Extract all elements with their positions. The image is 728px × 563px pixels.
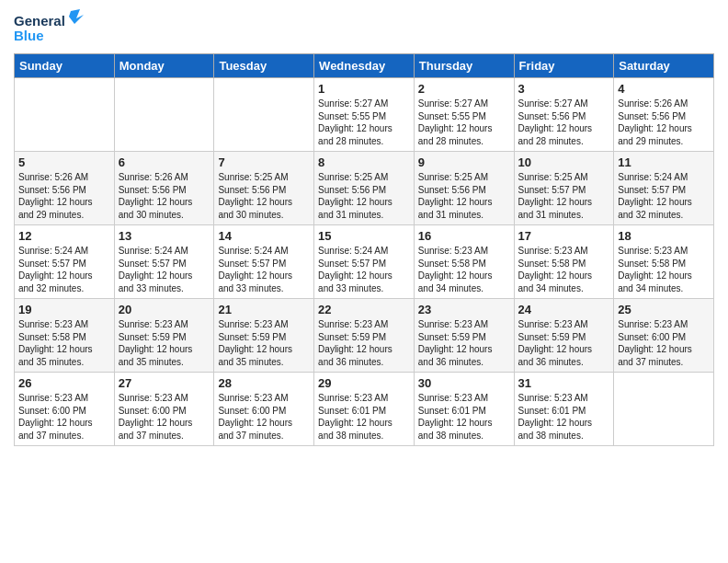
calendar-cell: 17Sunrise: 5:23 AM Sunset: 5:58 PM Dayli… [514, 225, 614, 299]
page: GeneralBlue SundayMondayTuesdayWednesday… [0, 0, 728, 455]
calendar-cell: 6Sunrise: 5:26 AM Sunset: 5:56 PM Daylig… [114, 152, 214, 225]
day-number: 21 [218, 303, 310, 316]
day-info: Sunrise: 5:24 AM Sunset: 5:57 PM Dayligh… [318, 245, 410, 294]
day-number: 15 [318, 229, 410, 243]
day-number: 13 [119, 229, 210, 243]
svg-text:Blue: Blue [14, 28, 44, 43]
day-number: 3 [518, 82, 610, 96]
day-number: 30 [418, 376, 510, 390]
day-info: Sunrise: 5:23 AM Sunset: 5:58 PM Dayligh… [618, 245, 710, 294]
day-info: Sunrise: 5:26 AM Sunset: 5:56 PM Dayligh… [618, 98, 710, 147]
svg-text:General: General [14, 13, 65, 29]
calendar-cell: 29Sunrise: 5:23 AM Sunset: 6:01 PM Dayli… [314, 373, 415, 446]
calendar: SundayMondayTuesdayWednesdayThursdayFrid… [14, 53, 714, 446]
header: GeneralBlue [14, 9, 714, 48]
calendar-cell: 4Sunrise: 5:26 AM Sunset: 5:56 PM Daylig… [614, 78, 714, 152]
calendar-cell [114, 78, 214, 152]
day-info: Sunrise: 5:27 AM Sunset: 5:55 PM Dayligh… [318, 98, 410, 147]
day-info: Sunrise: 5:23 AM Sunset: 5:59 PM Dayligh… [518, 318, 610, 368]
day-info: Sunrise: 5:23 AM Sunset: 5:58 PM Dayligh… [518, 245, 610, 294]
day-number: 7 [218, 155, 310, 169]
day-number: 12 [18, 229, 110, 243]
day-info: Sunrise: 5:23 AM Sunset: 6:00 PM Dayligh… [618, 318, 710, 368]
calendar-cell: 25Sunrise: 5:23 AM Sunset: 6:00 PM Dayli… [614, 299, 714, 373]
weekday-header-monday: Monday [114, 54, 214, 78]
weekday-header-wednesday: Wednesday [314, 54, 415, 78]
day-number: 4 [618, 82, 710, 96]
calendar-cell: 7Sunrise: 5:25 AM Sunset: 5:56 PM Daylig… [214, 152, 314, 225]
calendar-cell: 2Sunrise: 5:27 AM Sunset: 5:55 PM Daylig… [414, 78, 514, 152]
svg-marker-1 [69, 9, 84, 24]
calendar-cell: 26Sunrise: 5:23 AM Sunset: 6:00 PM Dayli… [15, 373, 115, 446]
calendar-cell: 8Sunrise: 5:25 AM Sunset: 5:56 PM Daylig… [314, 152, 415, 225]
day-number: 11 [618, 155, 710, 169]
weekday-header-row: SundayMondayTuesdayWednesdayThursdayFrid… [15, 54, 714, 78]
calendar-cell [214, 78, 314, 152]
day-info: Sunrise: 5:23 AM Sunset: 6:00 PM Dayligh… [218, 392, 310, 442]
day-info: Sunrise: 5:23 AM Sunset: 5:58 PM Dayligh… [418, 245, 510, 294]
week-row-4: 19Sunrise: 5:23 AM Sunset: 5:58 PM Dayli… [15, 299, 714, 373]
day-number: 6 [119, 155, 210, 169]
weekday-header-sunday: Sunday [15, 54, 115, 78]
calendar-cell: 14Sunrise: 5:24 AM Sunset: 5:57 PM Dayli… [214, 225, 314, 299]
day-number: 18 [618, 229, 710, 243]
calendar-cell: 10Sunrise: 5:25 AM Sunset: 5:57 PM Dayli… [514, 152, 614, 225]
day-info: Sunrise: 5:23 AM Sunset: 6:01 PM Dayligh… [518, 392, 610, 442]
calendar-cell: 21Sunrise: 5:23 AM Sunset: 5:59 PM Dayli… [214, 299, 314, 373]
day-number: 17 [518, 229, 610, 243]
day-number: 29 [318, 376, 410, 390]
calendar-cell: 23Sunrise: 5:23 AM Sunset: 5:59 PM Dayli… [414, 299, 514, 373]
day-info: Sunrise: 5:27 AM Sunset: 5:55 PM Dayligh… [418, 98, 510, 147]
day-info: Sunrise: 5:25 AM Sunset: 5:57 PM Dayligh… [518, 171, 610, 221]
day-info: Sunrise: 5:25 AM Sunset: 5:56 PM Dayligh… [318, 171, 410, 221]
week-row-2: 5Sunrise: 5:26 AM Sunset: 5:56 PM Daylig… [15, 152, 714, 225]
day-info: Sunrise: 5:23 AM Sunset: 5:59 PM Dayligh… [218, 318, 310, 368]
calendar-cell: 3Sunrise: 5:27 AM Sunset: 5:56 PM Daylig… [514, 78, 614, 152]
weekday-header-saturday: Saturday [614, 54, 714, 78]
weekday-header-tuesday: Tuesday [214, 54, 314, 78]
calendar-cell: 18Sunrise: 5:23 AM Sunset: 5:58 PM Dayli… [614, 225, 714, 299]
day-number: 14 [218, 229, 310, 243]
day-info: Sunrise: 5:23 AM Sunset: 6:01 PM Dayligh… [318, 392, 410, 442]
calendar-cell: 12Sunrise: 5:24 AM Sunset: 5:57 PM Dayli… [15, 225, 115, 299]
calendar-cell: 27Sunrise: 5:23 AM Sunset: 6:00 PM Dayli… [114, 373, 214, 446]
day-number: 5 [18, 155, 110, 169]
calendar-cell: 31Sunrise: 5:23 AM Sunset: 6:01 PM Dayli… [514, 373, 614, 446]
day-info: Sunrise: 5:23 AM Sunset: 5:59 PM Dayligh… [318, 318, 410, 368]
day-number: 1 [318, 82, 410, 96]
day-number: 24 [518, 303, 610, 316]
day-number: 26 [18, 376, 110, 390]
week-row-5: 26Sunrise: 5:23 AM Sunset: 6:00 PM Dayli… [15, 373, 714, 446]
calendar-cell [15, 78, 115, 152]
day-info: Sunrise: 5:24 AM Sunset: 5:57 PM Dayligh… [218, 245, 310, 294]
day-info: Sunrise: 5:23 AM Sunset: 6:01 PM Dayligh… [418, 392, 510, 442]
day-info: Sunrise: 5:25 AM Sunset: 5:56 PM Dayligh… [218, 171, 310, 221]
day-info: Sunrise: 5:27 AM Sunset: 5:56 PM Dayligh… [518, 98, 610, 147]
day-info: Sunrise: 5:24 AM Sunset: 5:57 PM Dayligh… [18, 245, 110, 294]
day-number: 9 [418, 155, 510, 169]
day-number: 20 [119, 303, 210, 316]
week-row-1: 1Sunrise: 5:27 AM Sunset: 5:55 PM Daylig… [15, 78, 714, 152]
day-info: Sunrise: 5:23 AM Sunset: 6:00 PM Dayligh… [18, 392, 110, 442]
day-info: Sunrise: 5:25 AM Sunset: 5:56 PM Dayligh… [418, 171, 510, 221]
logo-svg: GeneralBlue [14, 9, 87, 48]
weekday-header-thursday: Thursday [414, 54, 514, 78]
day-info: Sunrise: 5:24 AM Sunset: 5:57 PM Dayligh… [618, 171, 710, 221]
calendar-cell: 30Sunrise: 5:23 AM Sunset: 6:01 PM Dayli… [414, 373, 514, 446]
calendar-cell [614, 373, 714, 446]
calendar-cell: 16Sunrise: 5:23 AM Sunset: 5:58 PM Dayli… [414, 225, 514, 299]
day-info: Sunrise: 5:23 AM Sunset: 5:59 PM Dayligh… [418, 318, 510, 368]
day-number: 27 [119, 376, 210, 390]
calendar-cell: 24Sunrise: 5:23 AM Sunset: 5:59 PM Dayli… [514, 299, 614, 373]
day-number: 16 [418, 229, 510, 243]
calendar-cell: 13Sunrise: 5:24 AM Sunset: 5:57 PM Dayli… [114, 225, 214, 299]
day-info: Sunrise: 5:26 AM Sunset: 5:56 PM Dayligh… [18, 171, 110, 221]
calendar-cell: 19Sunrise: 5:23 AM Sunset: 5:58 PM Dayli… [15, 299, 115, 373]
calendar-cell: 1Sunrise: 5:27 AM Sunset: 5:55 PM Daylig… [314, 78, 415, 152]
day-info: Sunrise: 5:26 AM Sunset: 5:56 PM Dayligh… [119, 171, 210, 221]
day-info: Sunrise: 5:23 AM Sunset: 6:00 PM Dayligh… [119, 392, 210, 442]
day-number: 2 [418, 82, 510, 96]
calendar-cell: 22Sunrise: 5:23 AM Sunset: 5:59 PM Dayli… [314, 299, 415, 373]
calendar-cell: 9Sunrise: 5:25 AM Sunset: 5:56 PM Daylig… [414, 152, 514, 225]
day-info: Sunrise: 5:23 AM Sunset: 5:59 PM Dayligh… [119, 318, 210, 368]
